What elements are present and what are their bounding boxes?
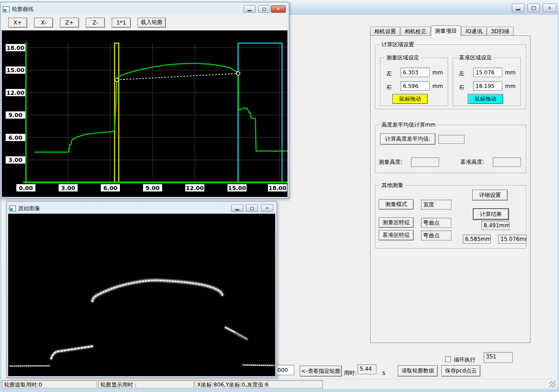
status-cursor-info: X坐标:806,Y坐标:0,灰度值:6 <box>195 380 323 388</box>
view-profile-button[interactable]: <-查看指定轮廓 <box>300 366 342 377</box>
reference-region-group-label: 基准区域设定 <box>457 54 494 62</box>
loop-exec-checkbox[interactable] <box>445 356 451 362</box>
maximize-icon <box>262 8 266 11</box>
maximize-icon <box>532 6 536 10</box>
profile-window-title: 轮廓曲线 <box>12 5 34 13</box>
svg-text:3.00: 3.00 <box>61 185 75 191</box>
measure-drag-button[interactable]: 鼠标拖动 <box>392 94 428 104</box>
calc-result-button[interactable]: 计算结果 <box>473 209 509 220</box>
z-plus-button[interactable]: Z+ <box>60 18 79 28</box>
tab-label: 测量项目 <box>435 27 457 35</box>
svg-text:9.00: 9.00 <box>9 112 23 118</box>
tab-strip: 相机设置 相机校正 测量项目 IO通讯 3D扫描 <box>370 25 532 36</box>
x-minus-button[interactable]: X- <box>34 18 53 28</box>
tab-label: IO通讯 <box>465 28 482 35</box>
detail-settings-button[interactable]: 详细设置 <box>472 190 508 201</box>
main-minimize-button[interactable] <box>512 4 524 12</box>
main-window-bottom-border <box>0 389 559 392</box>
calc-region-group: 计算区域设置 测量区域设定 左 mm 右 mm 鼠标拖动 基准区域设定 左 mm… <box>375 44 526 109</box>
calc-region-group-label: 计算区域设置 <box>380 41 416 49</box>
measure-height-label: 测量高度: <box>379 158 402 166</box>
raw-image-window: 原始图像 ✕ <box>6 201 277 378</box>
svg-text:6.00: 6.00 <box>9 134 23 141</box>
main-maximize-button[interactable] <box>527 4 540 12</box>
image-close-button[interactable]: ✕ <box>261 205 273 212</box>
measure-right-label: 右 <box>386 83 392 91</box>
svg-text:15.00: 15.00 <box>228 185 246 191</box>
loop-count-value: 351 <box>484 352 513 363</box>
z-minus-button[interactable]: Z- <box>86 18 105 28</box>
profile-close-button[interactable]: ✕ <box>271 5 286 13</box>
calc-height-diff-button[interactable]: 计算高度差平均值: <box>380 133 435 145</box>
tab-camera-settings[interactable]: 相机设置 <box>370 27 400 36</box>
reference-height-label: 基准高度: <box>460 158 484 166</box>
elapsed-time-label: 用时: <box>344 369 356 377</box>
image-maximize-button[interactable] <box>246 205 258 212</box>
reference-height-value <box>493 157 521 167</box>
status-display-time: 轮廓显示用时： <box>98 380 194 388</box>
image-minimize-button[interactable] <box>231 205 243 212</box>
load-profile-button[interactable]: 载入轮廓 <box>138 18 166 28</box>
scale-1-1-button[interactable]: 1*1 <box>112 18 131 28</box>
height-diff-group-label: 高度差平均值计算mm <box>380 121 437 129</box>
height-diff-value <box>438 135 465 144</box>
profile-index-input[interactable] <box>275 365 294 375</box>
status-extract-time: 轮廓提取用时:0 <box>2 380 97 388</box>
tab-3d-scan[interactable]: 3D扫描 <box>487 27 514 36</box>
tab-io-comm[interactable]: IO通讯 <box>461 27 486 36</box>
unit-label: mm <box>432 69 443 76</box>
result-right-value: 15.076mm <box>498 235 527 244</box>
svg-text:0.00: 0.00 <box>19 185 33 191</box>
close-icon: ✕ <box>266 206 269 211</box>
measure-right-input[interactable] <box>401 81 430 91</box>
reference-right-input[interactable] <box>473 81 502 91</box>
minimize-icon <box>247 10 252 11</box>
tab-camera-calibration[interactable]: 相机校正 <box>401 27 430 36</box>
minimize-icon <box>516 9 520 10</box>
raw-laser-image <box>8 214 275 376</box>
loop-exec-label: 循环执行 <box>454 356 475 364</box>
measure-region-group: 测量区域设定 左 mm 右 mm 鼠标拖动 <box>380 58 448 106</box>
save-pcd-button[interactable]: 保存pcd点云 <box>441 365 480 377</box>
reference-drag-button[interactable]: 鼠标拖动 <box>468 94 503 104</box>
x-plus-button[interactable]: X+ <box>8 18 27 28</box>
main-close-button[interactable]: ✕ <box>543 4 557 12</box>
raw-image-view <box>8 214 275 376</box>
profile-chart[interactable]: 18.0015.0012.009.006.003.000.003.006.009… <box>2 30 287 197</box>
profile-chart-area[interactable]: 18.0015.0012.009.006.003.000.003.006.009… <box>2 30 287 197</box>
reference-feature-button[interactable]: 基准区特征 <box>379 230 414 240</box>
tab-measurement-items[interactable]: 测量项目 <box>431 25 461 36</box>
svg-text:12.00: 12.00 <box>6 89 25 96</box>
measure-feature-value: 弯曲点 <box>421 218 451 228</box>
tab-label: 相机设置 <box>374 28 396 35</box>
reference-right-label: 右 <box>459 83 465 91</box>
measure-mode-value: 宽度 <box>421 200 451 210</box>
resize-grip[interactable] <box>549 381 556 387</box>
other-measure-group: 其他测量 详细设置 测量模式 宽度 计算结果 测量区特征 弯曲点 8.491mm… <box>375 185 526 249</box>
measure-left-label: 左 <box>386 70 392 78</box>
reference-feature-value: 弯曲点 <box>421 230 451 240</box>
measure-height-value <box>411 157 439 167</box>
status-bar: 轮廓提取用时:0 轮廓显示用时： X坐标:806,Y坐标:0,灰度值:6 <box>1 379 558 389</box>
profile-window-titlebar[interactable]: 轮廓曲线 ✕ <box>2 4 287 15</box>
window-icon <box>9 206 16 211</box>
measure-left-input[interactable] <box>401 68 430 77</box>
profile-maximize-button[interactable] <box>258 5 270 13</box>
minimize-icon <box>235 209 239 211</box>
unit-label: mm <box>505 83 515 89</box>
unit-label: mm <box>505 69 515 76</box>
time-unit-label: s <box>382 370 385 376</box>
image-window-title: 原始图像 <box>18 205 40 212</box>
measure-mode-button[interactable]: 测量模式 <box>379 199 414 210</box>
other-measure-group-label: 其他测量 <box>380 181 405 189</box>
read-profile-button[interactable]: 读取轮廓数据 <box>398 365 438 377</box>
tab-label: 3D扫描 <box>491 28 510 35</box>
tab-label: 相机校正 <box>405 28 426 35</box>
reference-left-input[interactable] <box>473 68 502 77</box>
profile-minimize-button[interactable] <box>243 5 256 13</box>
svg-text:9.00: 9.00 <box>146 185 160 191</box>
svg-text:18.00: 18.00 <box>6 44 25 51</box>
image-window-titlebar[interactable]: 原始图像 ✕ <box>8 203 275 214</box>
measure-feature-button[interactable]: 测量区特征 <box>379 217 414 228</box>
reference-left-label: 左 <box>459 70 465 78</box>
